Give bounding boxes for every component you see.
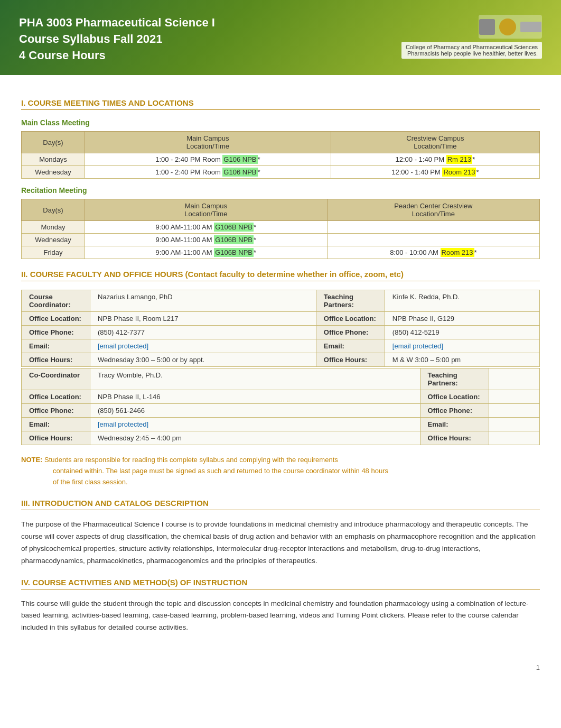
- note-prefix: NOTE:: [21, 456, 44, 464]
- teaching-partners-label: Teaching Partners:: [316, 290, 385, 312]
- recitation-table: Day(s) Main CampusLocation/Time Peaden C…: [21, 199, 540, 259]
- room-highlight: G106 NPB: [222, 168, 257, 177]
- room-highlight: G106B NPB: [214, 248, 254, 257]
- office-loc-label2: Office Location:: [22, 390, 90, 404]
- table-row: Monday9:00 AM-11:00 AM G106B NPB*: [22, 221, 540, 234]
- day-cell: Monday: [22, 221, 85, 234]
- table-row: Wednesday9:00 AM-11:00 AM G106B NPB*: [22, 234, 540, 246]
- main-class-table: Day(s) Main CampusLocation/Time Crestvie…: [21, 131, 540, 179]
- room-highlight-yellow: Rm 213: [446, 155, 473, 164]
- course-title-line3: 4 Course Hours: [19, 48, 215, 64]
- main-campus-cell: 9:00 AM-11:00 AM G106B NPB*: [85, 221, 328, 234]
- recitation-col3-header: Peaden Center CrestviewLocation/Time: [327, 199, 539, 221]
- course-title-line2: Course Syllabus Fall 2021: [19, 31, 215, 48]
- partner-email-label2: Email:: [420, 418, 489, 431]
- hours-label: Office Hours:: [22, 353, 90, 367]
- teaching-partners-label2: Teaching Partners:: [420, 368, 489, 390]
- main-campus-cell: 9:00 AM-11:00 AM G106B NPB*: [85, 234, 328, 246]
- table-row: Office Phone: (850) 412-7377 Office Phon…: [22, 326, 540, 339]
- email-value: [email protected]: [90, 339, 316, 353]
- partner-hours-value2: [489, 431, 539, 445]
- table-row: Co-Coordinator Tracy Womble, Ph.D. Teach…: [22, 368, 540, 390]
- crestview-cell: [327, 234, 539, 246]
- partner-phone-value2: [489, 404, 539, 418]
- phone-label: Office Phone:: [22, 326, 90, 339]
- table-row: Office Phone: (850) 561-2466 Office Phon…: [22, 404, 540, 418]
- subtitle-line2: Pharmacists help people live healthier, …: [406, 50, 538, 57]
- subtitle-line1: College of Pharmacy and Pharmaceutical S…: [406, 44, 538, 50]
- partner-office-loc-label: Office Location:: [316, 312, 385, 326]
- partner-hours-value: M & W 3:00 – 5:00 pm: [385, 353, 539, 367]
- crestview-cell: 12:00 - 1:40 PM Room 213*: [331, 166, 539, 179]
- email-value2: [email protected]: [90, 418, 420, 431]
- partner-email-link[interactable]: [email protected]: [392, 342, 443, 350]
- header-subtitle: College of Pharmacy and Pharmaceutical S…: [401, 42, 542, 59]
- room-highlight-yellow: Room 213: [442, 168, 476, 177]
- crestview-cell: 8:00 - 10:00 AM Room 213*: [327, 246, 539, 259]
- note-text-cont2: of the first class session.: [53, 477, 540, 488]
- day-cell: Wednesday: [22, 234, 85, 246]
- recitation-col2-header: Main CampusLocation/Time: [85, 199, 328, 221]
- partner-office-loc-value: NPB Phase II, G129: [385, 312, 539, 326]
- table-row: Office Location: NPB Phase II, Room L217…: [22, 312, 540, 326]
- header-title: PHA 3003 Pharmaceutical Science I Course…: [19, 15, 215, 63]
- section3-text: The purpose of the Pharmaceutical Scienc…: [21, 519, 540, 567]
- partner-email-value2: [489, 418, 539, 431]
- section2-header: II. COURSE FACULTY AND OFFICE HOURS (Con…: [21, 270, 540, 281]
- header: PHA 3003 Pharmaceutical Science I Course…: [0, 0, 561, 75]
- main-class-col1-header: Day(s): [22, 132, 85, 153]
- teaching-partners-name2: [489, 368, 539, 390]
- note-text-cont: contained within. The last page must be …: [53, 466, 540, 477]
- partner-email-label: Email:: [316, 339, 385, 353]
- coordinator-name: Nazarius Lamango, PhD: [90, 290, 316, 312]
- crestview-cell: [327, 221, 539, 234]
- main-campus-cell: 1:00 - 2:40 PM Room G106 NPB*: [85, 166, 331, 179]
- partner-office-loc-label2: Office Location:: [420, 390, 489, 404]
- partner-office-loc-value2: [489, 390, 539, 404]
- email-link2[interactable]: [email protected]: [98, 420, 148, 428]
- table-row: Mondays1:00 - 2:40 PM Room G106 NPB*12:0…: [22, 153, 540, 166]
- email-link[interactable]: [email protected]: [98, 342, 148, 350]
- office-loc-value2: NPB Phase II, L-146: [90, 390, 420, 404]
- partner-email-value: [email protected]: [385, 339, 539, 353]
- email-label: Email:: [22, 339, 90, 353]
- course-title-line1: PHA 3003 Pharmaceutical Science I: [19, 15, 215, 31]
- phone-value2: (850) 561-2466: [90, 404, 420, 418]
- main-class-col3-header: Crestview CampusLocation/Time: [331, 132, 539, 153]
- content: I. COURSE MEETING TIMES AND LOCATIONS Ma…: [0, 75, 561, 653]
- partner-phone-value: (850) 412-5219: [385, 326, 539, 339]
- main-campus-cell: 1:00 - 2:40 PM Room G106 NPB*: [85, 153, 331, 166]
- page: PHA 3003 Pharmaceutical Science I Course…: [0, 0, 561, 728]
- coordinator-label: CourseCoordinator:: [22, 290, 90, 312]
- section4-text: This course will guide the student throu…: [21, 598, 540, 634]
- hours-value2: Wednesday 2:45 – 4:00 pm: [90, 431, 420, 445]
- main-campus-cell: 9:00 AM-11:00 AM G106B NPB*: [85, 246, 328, 259]
- logo-placeholder: [479, 15, 542, 39]
- main-class-col2-header: Main CampusLocation/Time: [85, 132, 331, 153]
- partner-phone-label2: Office Phone:: [420, 404, 489, 418]
- hours-value: Wednesday 3:00 – 5:00 or by appt.: [90, 353, 316, 367]
- cocoordinator-name: Tracy Womble, Ph.D.: [90, 368, 420, 390]
- room-highlight-yellow: Room 213: [441, 248, 474, 257]
- table-row: Wednesday1:00 - 2:40 PM Room G106 NPB*12…: [22, 166, 540, 179]
- table-row: Office Hours: Wednesday 3:00 – 5:00 or b…: [22, 353, 540, 367]
- email-label2: Email:: [22, 418, 90, 431]
- partner-hours-label2: Office Hours:: [420, 431, 489, 445]
- header-right: College of Pharmacy and Pharmaceutical S…: [401, 15, 542, 59]
- recitation-heading: Recitation Meeting: [21, 186, 540, 195]
- table-row: Office Hours: Wednesday 2:45 – 4:00 pm O…: [22, 431, 540, 445]
- day-cell: Friday: [22, 246, 85, 259]
- table-row: Email: [email protected] Email: [email p…: [22, 339, 540, 353]
- office-loc-label: Office Location:: [22, 312, 90, 326]
- day-cell: Wednesday: [22, 166, 85, 179]
- note-text: Students are responsible for reading thi…: [44, 456, 338, 464]
- main-class-heading: Main Class Meeting: [21, 118, 540, 127]
- table-row: Email: [email protected] Email:: [22, 418, 540, 431]
- logo-circle: [499, 19, 516, 35]
- room-highlight: G106B NPB: [214, 223, 254, 232]
- page-number: 1: [0, 664, 561, 671]
- partner-hours-label: Office Hours:: [316, 353, 385, 367]
- room-highlight: G106 NPB: [222, 155, 257, 164]
- crestview-cell: 12:00 - 1:40 PM Rm 213*: [331, 153, 539, 166]
- partner-phone-label: Office Phone:: [316, 326, 385, 339]
